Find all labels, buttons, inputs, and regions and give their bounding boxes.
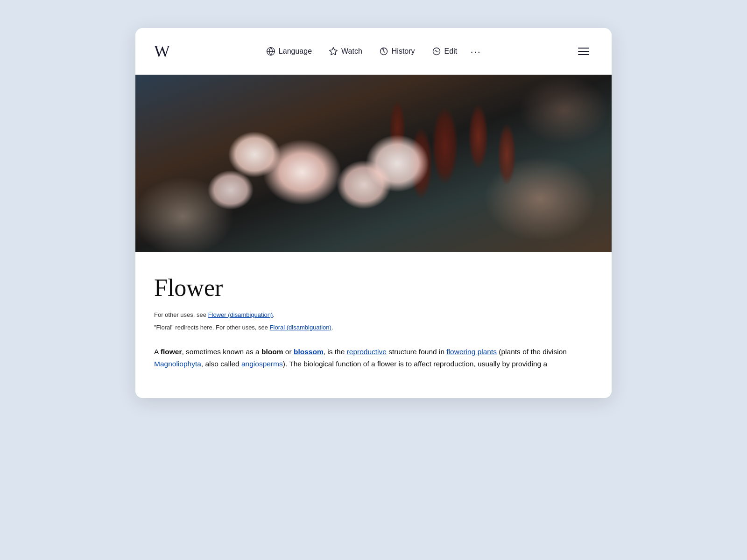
body-link-reproductive[interactable]: reproductive: [347, 348, 387, 356]
body-link-blossom[interactable]: blossom: [294, 348, 324, 356]
disambiguation-1-link[interactable]: Flower (disambiguation): [208, 311, 273, 318]
watch-label: Watch: [341, 47, 362, 56]
watch-nav-item[interactable]: Watch: [321, 42, 370, 61]
body-bold-bloom: bloom: [261, 348, 283, 356]
menu-line-3: [578, 54, 589, 55]
article-body: A flower, sometimes known as a bloom or …: [154, 346, 593, 371]
language-icon: [266, 47, 275, 56]
hero-image: [135, 75, 612, 252]
svg-marker-0: [330, 48, 338, 55]
edit-icon: [432, 47, 441, 56]
body-bold-flower: flower: [161, 348, 182, 356]
menu-line-1: [578, 48, 589, 49]
hero-image-visual: [135, 75, 612, 252]
menu-line-2: [578, 51, 589, 52]
wikipedia-logo[interactable]: W: [154, 42, 169, 61]
body-link-magnoliophyta[interactable]: Magnoliophyta: [154, 360, 201, 368]
toolbar-left: W: [154, 42, 169, 61]
toolbar-right: [574, 44, 593, 59]
disambiguation-1: For other uses, see Flower (disambiguati…: [154, 310, 593, 320]
more-button[interactable]: ···: [466, 42, 485, 61]
disambiguation-2: "Floral" redirects here. For other uses,…: [154, 323, 593, 333]
more-dots: ···: [471, 46, 481, 57]
body-link-angiosperms[interactable]: angiosperms: [241, 360, 283, 368]
menu-button[interactable]: [574, 44, 593, 59]
toolbar-nav: Language Watch: [259, 42, 485, 61]
toolbar: W Language: [135, 28, 612, 75]
edit-nav-item[interactable]: Edit: [424, 42, 465, 61]
language-label: Language: [279, 47, 312, 56]
edit-label: Edit: [444, 47, 458, 56]
star-icon: [329, 47, 338, 56]
content-area: Flower For other uses, see Flower (disam…: [135, 252, 612, 398]
history-label: History: [392, 47, 415, 56]
history-nav-item[interactable]: History: [372, 42, 423, 61]
page-container: W Language: [135, 28, 612, 398]
body-link-flowering-plants[interactable]: flowering plants: [446, 348, 497, 356]
article-title: Flower: [154, 274, 593, 301]
history-icon: [379, 47, 388, 56]
disambiguation-2-link[interactable]: Floral (disambiguation): [270, 324, 331, 331]
language-nav-item[interactable]: Language: [259, 42, 319, 61]
